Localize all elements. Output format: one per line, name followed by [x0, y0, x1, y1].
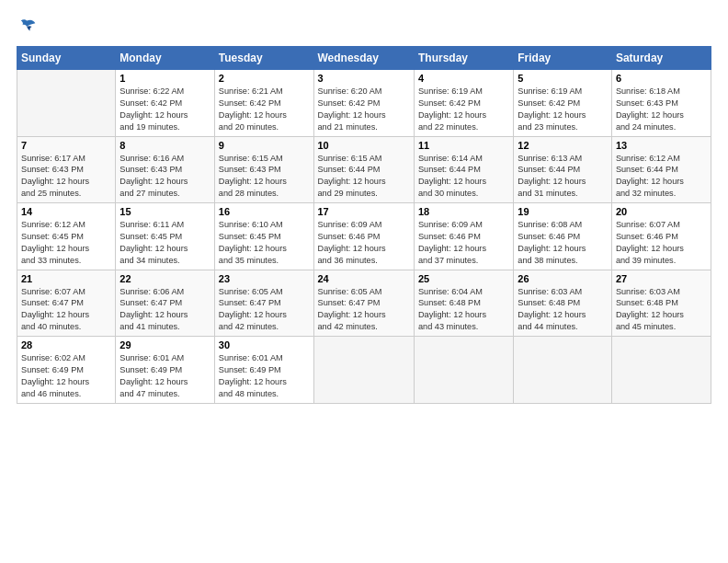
day-cell: 20Sunrise: 6:07 AM Sunset: 6:46 PM Dayli… [611, 203, 711, 270]
day-info: Sunrise: 6:09 AM Sunset: 6:46 PM Dayligh… [418, 219, 509, 267]
day-info: Sunrise: 6:05 AM Sunset: 6:47 PM Dayligh… [318, 286, 410, 334]
day-number: 28 [21, 339, 111, 350]
day-cell: 24Sunrise: 6:05 AM Sunset: 6:47 PM Dayli… [313, 270, 414, 337]
day-cell: 16Sunrise: 6:10 AM Sunset: 6:45 PM Dayli… [214, 203, 313, 270]
day-info: Sunrise: 6:06 AM Sunset: 6:47 PM Dayligh… [119, 286, 210, 334]
day-cell: 1Sunrise: 6:22 AM Sunset: 6:42 PM Daylig… [116, 70, 214, 137]
col-header-thursday: Thursday [414, 47, 513, 70]
day-number: 21 [21, 273, 111, 284]
day-number: 2 [219, 73, 310, 84]
day-cell: 10Sunrise: 6:15 AM Sunset: 6:44 PM Dayli… [313, 136, 414, 203]
logo [17, 17, 39, 37]
day-number: 13 [616, 140, 707, 151]
day-number: 18 [418, 206, 509, 217]
day-number: 15 [119, 206, 210, 217]
day-info: Sunrise: 6:19 AM Sunset: 6:42 PM Dayligh… [418, 86, 509, 133]
day-cell: 18Sunrise: 6:09 AM Sunset: 6:46 PM Dayli… [414, 203, 513, 270]
day-cell: 21Sunrise: 6:07 AM Sunset: 6:47 PM Dayli… [17, 270, 116, 337]
day-info: Sunrise: 6:03 AM Sunset: 6:48 PM Dayligh… [616, 286, 707, 334]
day-info: Sunrise: 6:20 AM Sunset: 6:42 PM Dayligh… [318, 86, 410, 133]
day-number: 26 [518, 273, 608, 284]
week-row-4: 28Sunrise: 6:02 AM Sunset: 6:49 PM Dayli… [17, 337, 711, 404]
day-number: 20 [616, 206, 707, 217]
day-cell: 7Sunrise: 6:17 AM Sunset: 6:43 PM Daylig… [17, 136, 116, 203]
page: SundayMondayTuesdayWednesdayThursdayFrid… [0, 0, 728, 563]
day-cell: 9Sunrise: 6:15 AM Sunset: 6:43 PM Daylig… [214, 136, 313, 203]
day-cell: 11Sunrise: 6:14 AM Sunset: 6:44 PM Dayli… [414, 136, 513, 203]
day-info: Sunrise: 6:19 AM Sunset: 6:42 PM Dayligh… [518, 86, 608, 133]
day-cell: 15Sunrise: 6:11 AM Sunset: 6:45 PM Dayli… [116, 203, 214, 270]
col-header-wednesday: Wednesday [313, 47, 414, 70]
col-header-friday: Friday [514, 47, 612, 70]
week-row-2: 14Sunrise: 6:12 AM Sunset: 6:45 PM Dayli… [17, 203, 711, 270]
day-number: 25 [418, 273, 509, 284]
day-info: Sunrise: 6:04 AM Sunset: 6:48 PM Dayligh… [418, 286, 509, 334]
day-cell: 30Sunrise: 6:01 AM Sunset: 6:49 PM Dayli… [214, 337, 313, 404]
day-info: Sunrise: 6:07 AM Sunset: 6:47 PM Dayligh… [21, 286, 111, 334]
day-number: 4 [418, 73, 509, 84]
day-cell: 25Sunrise: 6:04 AM Sunset: 6:48 PM Dayli… [414, 270, 513, 337]
day-cell: 2Sunrise: 6:21 AM Sunset: 6:42 PM Daylig… [214, 70, 313, 137]
week-row-0: 1Sunrise: 6:22 AM Sunset: 6:42 PM Daylig… [17, 70, 711, 137]
day-info: Sunrise: 6:05 AM Sunset: 6:47 PM Dayligh… [219, 286, 310, 334]
day-info: Sunrise: 6:22 AM Sunset: 6:42 PM Dayligh… [119, 86, 210, 133]
day-cell [313, 337, 414, 404]
day-cell: 3Sunrise: 6:20 AM Sunset: 6:42 PM Daylig… [313, 70, 414, 137]
day-cell: 28Sunrise: 6:02 AM Sunset: 6:49 PM Dayli… [17, 337, 116, 404]
day-number: 14 [21, 206, 111, 217]
day-cell: 12Sunrise: 6:13 AM Sunset: 6:44 PM Dayli… [514, 136, 612, 203]
day-cell: 8Sunrise: 6:16 AM Sunset: 6:43 PM Daylig… [116, 136, 214, 203]
day-cell: 13Sunrise: 6:12 AM Sunset: 6:44 PM Dayli… [611, 136, 711, 203]
header-row: SundayMondayTuesdayWednesdayThursdayFrid… [17, 47, 711, 70]
logo-bird-icon [18, 17, 39, 37]
col-header-saturday: Saturday [611, 47, 711, 70]
day-info: Sunrise: 6:18 AM Sunset: 6:43 PM Dayligh… [616, 86, 707, 133]
col-header-monday: Monday [116, 47, 214, 70]
day-info: Sunrise: 6:15 AM Sunset: 6:43 PM Dayligh… [219, 153, 310, 201]
day-number: 3 [318, 73, 410, 84]
day-number: 23 [219, 273, 310, 284]
day-cell: 6Sunrise: 6:18 AM Sunset: 6:43 PM Daylig… [611, 70, 711, 137]
day-number: 7 [21, 140, 111, 151]
day-cell: 14Sunrise: 6:12 AM Sunset: 6:45 PM Dayli… [17, 203, 116, 270]
day-number: 19 [518, 206, 608, 217]
day-number: 29 [119, 339, 210, 350]
day-cell [17, 70, 116, 137]
day-info: Sunrise: 6:10 AM Sunset: 6:45 PM Dayligh… [219, 219, 310, 267]
day-number: 27 [616, 273, 707, 284]
day-number: 1 [119, 73, 210, 84]
day-cell: 29Sunrise: 6:01 AM Sunset: 6:49 PM Dayli… [116, 337, 214, 404]
day-number: 24 [318, 273, 410, 284]
day-info: Sunrise: 6:08 AM Sunset: 6:46 PM Dayligh… [518, 219, 608, 267]
day-info: Sunrise: 6:12 AM Sunset: 6:45 PM Dayligh… [21, 219, 111, 267]
day-cell: 17Sunrise: 6:09 AM Sunset: 6:46 PM Dayli… [313, 203, 414, 270]
day-number: 5 [518, 73, 608, 84]
day-info: Sunrise: 6:09 AM Sunset: 6:46 PM Dayligh… [318, 219, 410, 267]
day-number: 22 [119, 273, 210, 284]
day-number: 11 [418, 140, 509, 151]
day-info: Sunrise: 6:01 AM Sunset: 6:49 PM Dayligh… [219, 352, 310, 400]
col-header-sunday: Sunday [17, 47, 116, 70]
day-info: Sunrise: 6:16 AM Sunset: 6:43 PM Dayligh… [119, 153, 210, 201]
day-info: Sunrise: 6:02 AM Sunset: 6:49 PM Dayligh… [21, 352, 111, 400]
day-number: 12 [518, 140, 608, 151]
day-info: Sunrise: 6:01 AM Sunset: 6:49 PM Dayligh… [119, 352, 210, 400]
day-number: 9 [219, 140, 310, 151]
col-header-tuesday: Tuesday [214, 47, 313, 70]
day-cell [611, 337, 711, 404]
day-cell: 5Sunrise: 6:19 AM Sunset: 6:42 PM Daylig… [514, 70, 612, 137]
day-number: 16 [219, 206, 310, 217]
day-info: Sunrise: 6:14 AM Sunset: 6:44 PM Dayligh… [418, 153, 509, 201]
day-info: Sunrise: 6:21 AM Sunset: 6:42 PM Dayligh… [219, 86, 310, 133]
day-number: 30 [219, 339, 310, 350]
calendar-table: SundayMondayTuesdayWednesdayThursdayFrid… [17, 46, 711, 404]
day-cell: 19Sunrise: 6:08 AM Sunset: 6:46 PM Dayli… [514, 203, 612, 270]
week-row-3: 21Sunrise: 6:07 AM Sunset: 6:47 PM Dayli… [17, 270, 711, 337]
day-info: Sunrise: 6:17 AM Sunset: 6:43 PM Dayligh… [21, 153, 111, 201]
day-info: Sunrise: 6:07 AM Sunset: 6:46 PM Dayligh… [616, 219, 707, 267]
day-cell [414, 337, 513, 404]
day-cell: 23Sunrise: 6:05 AM Sunset: 6:47 PM Dayli… [214, 270, 313, 337]
day-info: Sunrise: 6:13 AM Sunset: 6:44 PM Dayligh… [518, 153, 608, 201]
day-cell: 4Sunrise: 6:19 AM Sunset: 6:42 PM Daylig… [414, 70, 513, 137]
day-cell: 22Sunrise: 6:06 AM Sunset: 6:47 PM Dayli… [116, 270, 214, 337]
